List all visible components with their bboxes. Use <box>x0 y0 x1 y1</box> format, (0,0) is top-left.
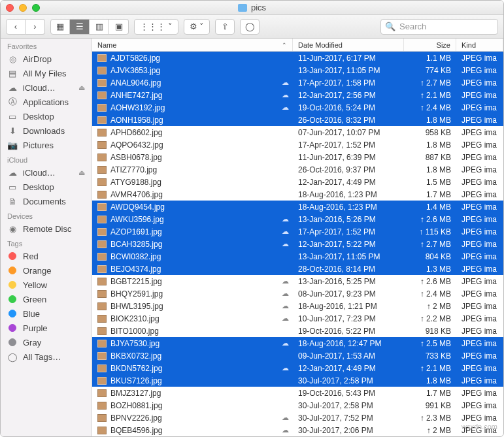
sidebar-item-downloads[interactable]: ⬇Downloads <box>1 123 92 138</box>
file-row[interactable]: APHD6602.jpg07-Jun-2017, 10:07 PM958 KBJ… <box>92 126 503 138</box>
cloud-icon: ☁ <box>280 339 290 348</box>
icon-view-button[interactable]: ▦ <box>50 19 70 35</box>
cloud-status: ☁ <box>277 215 293 223</box>
eject-icon[interactable]: ⏏ <box>78 84 85 92</box>
file-row[interactable]: ATIZ7770.jpg26-Oct-2016, 9:37 PM1.8 MBJP… <box>92 163 503 176</box>
file-row[interactable]: AJDT5826.jpg11-Jun-2017, 6:17 PM1.1 MBJP… <box>92 52 503 64</box>
remote-disc-icon: ◉ <box>7 223 18 234</box>
file-row[interactable]: AWKU3596.jpg☁13-Jan-2016, 5:26 PM↑ 2.6 M… <box>92 213 503 225</box>
col-name[interactable]: Name ⌃ <box>92 39 293 51</box>
sidebar-item-tag-gray[interactable]: Gray <box>1 335 92 349</box>
sidebar-item-tag-yellow[interactable]: Yellow <box>1 278 92 292</box>
file-kind: JPEG ima <box>456 202 503 212</box>
col-kind[interactable]: Kind <box>456 39 503 51</box>
file-name: AJVK3653.jpg <box>110 66 160 75</box>
file-size: ↑ 2.6 MB <box>404 277 456 286</box>
sidebar-item-icloud-drive[interactable]: ☁iCloud…⏏ <box>1 80 92 95</box>
search-field[interactable]: 🔍 Search <box>380 19 498 35</box>
col-size[interactable]: Size <box>404 39 456 51</box>
sidebar-item-tag-green[interactable]: Green <box>1 292 92 306</box>
file-row[interactable]: BGBT2215.jpg☁13-Jan-2016, 5:25 PM↑ 2.6 M… <box>92 275 503 287</box>
file-size: 1.1 MB <box>404 54 456 63</box>
file-row[interactable]: AOHW3192.jpg☁19-Oct-2016, 5:24 PM↑ 2.4 M… <box>92 101 503 114</box>
sidebar-item-airdrop[interactable]: ◎AirDrop <box>1 52 92 66</box>
tag-dot-icon <box>7 265 18 276</box>
file-kind: JPEG ima <box>456 364 503 373</box>
sidebar-item-tag-red[interactable]: Red <box>1 249 92 263</box>
file-row[interactable]: AQPO6432.jpg17-Apr-2017, 1:52 PM1.8 MBJP… <box>92 138 503 151</box>
file-row[interactable]: BJYA7530.jpg☁18-Aug-2016, 12:47 PM↑ 2.5 … <box>92 337 503 349</box>
file-row[interactable]: BQEB4596.jpg☁30-Jul-2017, 2:06 PM↑ 2 MBJ… <box>92 424 503 436</box>
file-row[interactable]: BHQY2591.jpg☁08-Jun-2017, 9:23 PM↑ 2.4 M… <box>92 287 503 300</box>
sidebar-item-allmyfiles[interactable]: ▤All My Files <box>1 66 92 80</box>
file-row[interactable]: ASBH0678.jpg11-Jun-2017, 6:39 PM887 KBJP… <box>92 151 503 163</box>
sidebar-item-documents[interactable]: 🗎Documents <box>1 194 92 208</box>
column-view-button[interactable]: ▥ <box>90 19 109 35</box>
sidebar-item-desktop2[interactable]: ▭Desktop <box>1 180 92 194</box>
coverflow-view-button[interactable]: ▣ <box>109 19 129 35</box>
file-row[interactable]: AWDQ9454.jpg18-Aug-2016, 1:23 PM1.4 MBJP… <box>92 201 503 213</box>
file-size: 1.8 MB <box>404 140 456 150</box>
eject-icon[interactable]: ⏏ <box>78 169 85 177</box>
file-row[interactable]: ANAL9046.jpg☁17-Apr-2017, 1:58 PM↑ 2.7 M… <box>92 76 503 89</box>
file-row[interactable]: BOZH0881.jpg30-Jul-2017, 2:58 PM991 KBJP… <box>92 399 503 412</box>
file-row[interactable]: BKUS7126.jpg30-Jul-2017, 2:58 PM1.8 MBJP… <box>92 374 503 387</box>
sidebar-item-remote-disc[interactable]: ◉Remote Disc <box>1 221 92 236</box>
zoom-button[interactable] <box>32 4 40 12</box>
file-thumb-icon <box>97 290 107 298</box>
file-row[interactable]: BCWI0382.jpg13-Jan-2017, 11:05 PM804 KBJ… <box>92 250 503 263</box>
file-row[interactable]: BPNV2226.jpg☁30-Jul-2017, 7:52 PM↑ 2.3 M… <box>92 412 503 424</box>
file-row[interactable]: BEJO4374.jpg28-Oct-2016, 8:14 PM1.3 MBJP… <box>92 263 503 275</box>
file-date: 07-Jun-2017, 10:07 PM <box>293 128 404 137</box>
col-date[interactable]: Date Modified <box>293 39 404 51</box>
forward-button[interactable]: › <box>25 19 45 35</box>
file-row[interactable]: AONH1958.jpg26-Oct-2016, 8:32 PM1.8 MBJP… <box>92 114 503 126</box>
arrange-button[interactable]: ⋮⋮⋮ ˅ <box>134 19 178 35</box>
sidebar-item-label: iCloud… <box>23 168 56 178</box>
sidebar-item-applications[interactable]: ⒶApplications <box>1 95 92 109</box>
file-date: 11-Jun-2017, 6:39 PM <box>293 153 404 162</box>
file-row[interactable]: BITO1000.jpg19-Oct-2016, 5:22 PM918 KBJP… <box>92 325 503 337</box>
minimize-button[interactable] <box>19 4 27 12</box>
file-date: 12-Jan-2017, 4:49 PM <box>293 364 404 373</box>
sidebar-item-tag-all[interactable]: ◯All Tags… <box>1 349 92 364</box>
file-name: BEJO4374.jpg <box>110 265 161 274</box>
file-row[interactable]: BCAH3285.jpg☁12-Jan-2017, 5:22 PM↑ 2.7 M… <box>92 238 503 250</box>
file-name: APHD6602.jpg <box>110 128 162 137</box>
file-size: 887 KB <box>404 153 456 162</box>
sidebar-item-label: Applications <box>23 97 69 107</box>
file-date: 26-Oct-2016, 9:37 PM <box>293 165 404 174</box>
list-view-button[interactable]: ☰ <box>70 19 90 35</box>
file-thumb-icon <box>97 79 107 87</box>
back-button[interactable]: ‹ <box>6 19 25 35</box>
file-row[interactable]: BKBX0732.jpg09-Jun-2017, 1:53 AM733 KBJP… <box>92 349 503 362</box>
sidebar-item-desktop[interactable]: ▭Desktop <box>1 109 92 123</box>
file-thumb-icon <box>97 414 107 422</box>
file-row[interactable]: BHWL3195.jpg☁18-Aug-2016, 1:21 PM↑ 2 MBJ… <box>92 300 503 312</box>
sidebar-item-label: Gray <box>23 338 41 348</box>
share-button[interactable]: ⇧ <box>215 19 235 35</box>
action-button[interactable]: ⚙ ˅ <box>184 19 210 35</box>
tags-button[interactable]: ◯ <box>240 19 260 35</box>
sidebar-item-icloud-drive2[interactable]: ☁iCloud…⏏ <box>1 165 92 180</box>
close-button[interactable] <box>6 4 14 12</box>
file-row[interactable]: AVMR4706.jpg18-Aug-2016, 1:23 PM1.7 MBJP… <box>92 188 503 201</box>
sidebar-item-tag-orange[interactable]: Orange <box>1 263 92 278</box>
sidebar-item-pictures[interactable]: 📷Pictures <box>1 138 92 152</box>
file-row[interactable]: BKDN5762.jpg☁12-Jan-2017, 4:49 PM↑ 2.1 M… <box>92 362 503 374</box>
file-thumb-icon <box>97 216 107 223</box>
file-row[interactable]: BMJZ3127.jpg19-Oct-2016, 5:43 PM1.7 MBJP… <box>92 387 503 399</box>
file-row[interactable]: BIOK2310.jpg☁10-Jun-2017, 7:23 PM↑ 2.2 M… <box>92 312 503 325</box>
file-name: ANAL9046.jpg <box>110 78 161 88</box>
file-row[interactable]: ATYG9188.jpg12-Jan-2017, 4:49 PM1.5 MBJP… <box>92 176 503 188</box>
file-list[interactable]: AJDT5826.jpg11-Jun-2017, 6:17 PM1.1 MBJP… <box>92 52 503 436</box>
file-kind: JPEG ima <box>456 190 503 199</box>
file-row[interactable]: AZOP1691.jpg☁17-Apr-2017, 1:52 PM↑ 115 K… <box>92 225 503 238</box>
file-kind: JPEG ima <box>456 265 503 274</box>
file-thumb-icon <box>97 278 107 285</box>
file-row[interactable]: AJVK3653.jpg13-Jan-2017, 11:05 PM774 KBJ… <box>92 64 503 76</box>
sidebar-item-tag-blue[interactable]: Blue <box>1 306 92 321</box>
file-row[interactable]: ANHE7427.jpg☁12-Jan-2017, 2:56 PM↑ 2.1 M… <box>92 89 503 101</box>
sidebar-item-tag-purple[interactable]: Purple <box>1 321 92 335</box>
file-name: AZOP1691.jpg <box>110 227 162 236</box>
